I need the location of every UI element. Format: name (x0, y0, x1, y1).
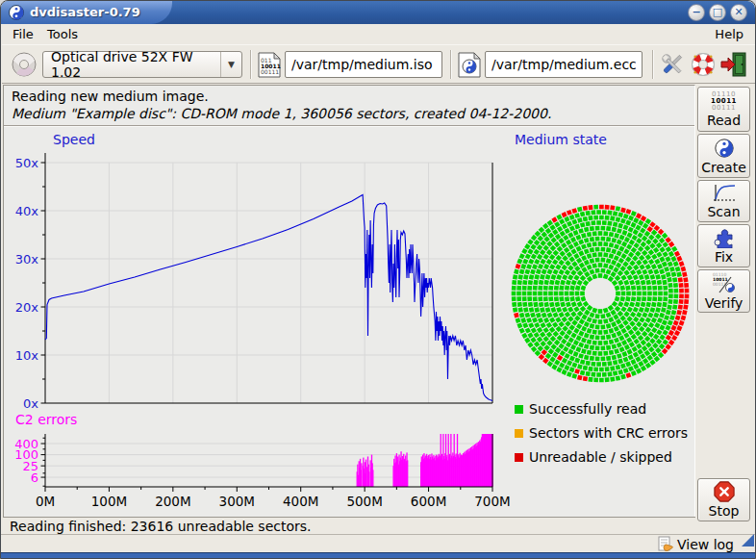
view-log-button[interactable]: View log (658, 536, 734, 552)
cd-drive-icon (10, 50, 38, 79)
fix-button[interactable]: Fix (697, 224, 750, 267)
svg-text:00111: 00111 (261, 68, 279, 75)
ecc-file-icon (458, 52, 481, 78)
chevron-down-icon: ▼ (220, 52, 241, 77)
action-title: Reading new medium image. (12, 89, 209, 104)
menu-file[interactable]: File (8, 26, 38, 42)
scan-graph-icon (713, 184, 736, 203)
resize-grip[interactable] (742, 534, 754, 546)
menu-help[interactable]: Help (710, 26, 748, 42)
window-title: dvdisaster-0.79 (30, 5, 140, 19)
svg-text:400M: 400M (283, 494, 318, 509)
medium-state-disc (509, 202, 692, 385)
view-log-icon (658, 536, 674, 552)
svg-text:50x: 50x (15, 156, 39, 170)
app-yinyang-icon (8, 4, 25, 21)
create-yinyang-icon (714, 138, 735, 159)
fix-puzzle-icon (713, 227, 736, 248)
minimize-button[interactable]: − (688, 4, 705, 21)
read-button[interactable]: 01110 10011 00111 Read (697, 87, 750, 132)
svg-text:0x: 0x (23, 396, 38, 411)
window-border-bottom (1, 552, 755, 558)
status-bar: Reading finished: 23616 unreadable secto… (3, 517, 695, 534)
maximize-button[interactable]: □ (709, 4, 726, 21)
drive-select[interactable]: Optical drive 52X FW 1.02 ▼ (42, 51, 242, 78)
footer-bar: View log (1, 534, 756, 554)
menu-bar: File Tools Help (2, 24, 756, 44)
verify-compare-icon: 01110 10011 00111 (712, 271, 737, 294)
toolbar-separator (450, 50, 452, 79)
quit-exit-icon[interactable] (719, 50, 748, 79)
svg-text:600M: 600M (411, 494, 446, 509)
iso-path-input[interactable] (285, 51, 442, 78)
verify-button[interactable]: 01110 10011 00111 Verify (697, 269, 750, 313)
menu-tools[interactable]: Tools (42, 26, 83, 42)
legend-success: Successfully read (515, 401, 646, 417)
stop-button[interactable]: Stop (697, 478, 750, 521)
scan-button[interactable]: Scan (697, 180, 750, 222)
stop-octagon-icon (714, 481, 735, 502)
title-bar[interactable]: dvdisaster-0.79 − □ ✕ (1, 1, 755, 24)
svg-text:200M: 200M (155, 494, 190, 509)
svg-text:0M: 0M (36, 494, 55, 509)
svg-text:40x: 40x (15, 204, 39, 218)
status-text: Reading finished: 23616 unreadable secto… (10, 519, 312, 534)
create-button[interactable]: Create (697, 134, 750, 178)
svg-text:300M: 300M (219, 494, 255, 509)
svg-text:400: 400 (14, 437, 38, 451)
svg-text:20x: 20x (15, 300, 39, 315)
read-binary-icon: 01110 10011 00111 (711, 91, 737, 112)
svg-text:700M: 700M (474, 494, 510, 509)
drive-select-value: Optical drive 52X FW 1.02 (43, 49, 220, 80)
toolbar-separator (250, 50, 252, 79)
app-window: dvdisaster-0.79 − □ ✕ File Tools Help Op… (0, 0, 756, 559)
green-swatch-icon (515, 405, 523, 414)
preferences-tools-icon[interactable] (658, 50, 687, 79)
toolbar-separator (652, 50, 654, 79)
svg-text:500M: 500M (346, 494, 382, 509)
iso-file-icon: 011 10011 00111 (258, 52, 281, 78)
close-button[interactable]: ✕ (730, 4, 747, 21)
legend-unreadable: Unreadable / skipped (515, 449, 672, 465)
legend-crc: Sectors with CRC errors (515, 425, 688, 441)
red-swatch-icon (515, 453, 523, 462)
toolbar: Optical drive 52X FW 1.02 ▼ 011 10011 00… (2, 44, 756, 84)
main-panel: Reading new medium image. Medium "Exampl… (3, 85, 695, 517)
help-lifebelt-icon[interactable] (689, 50, 718, 79)
svg-text:30x: 30x (15, 252, 39, 267)
orange-swatch-icon (515, 429, 523, 438)
medium-info: Medium "Example disc": CD-ROM mode 1, 36… (12, 106, 551, 121)
svg-text:10x: 10x (15, 348, 39, 363)
svg-text:100M: 100M (91, 494, 127, 509)
ecc-path-input[interactable] (485, 51, 643, 78)
